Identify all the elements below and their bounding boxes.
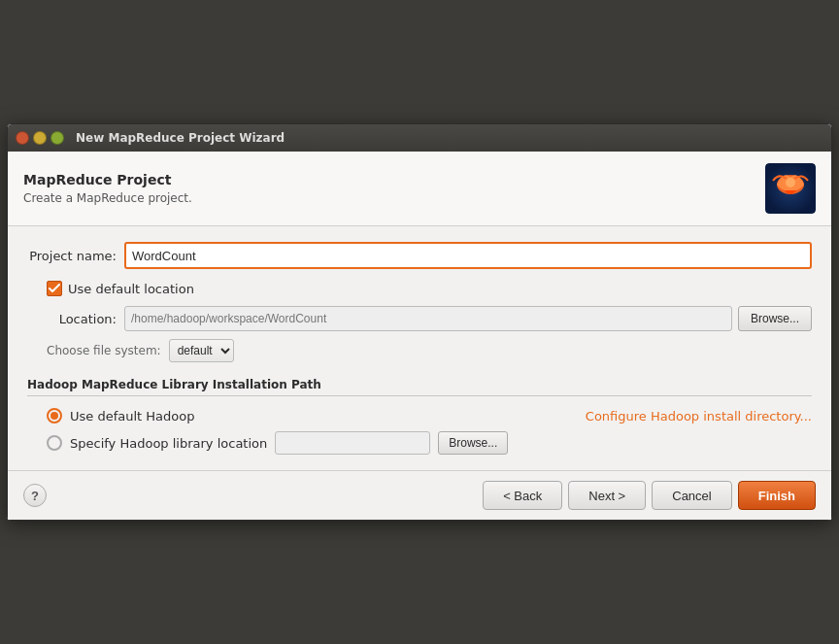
content-area: MapReduce Project Create a MapReduce pro… <box>8 152 831 520</box>
page-subtitle: Create a MapReduce project. <box>23 191 192 205</box>
logo <box>765 163 816 214</box>
close-button[interactable] <box>16 131 29 145</box>
use-default-location-label: Use default location <box>68 282 194 296</box>
filesystem-row: Choose file system: default <box>47 339 812 362</box>
hadoop-radio-group: Use default Hadoop Configure Hadoop inst… <box>47 408 812 455</box>
finish-button[interactable]: Finish <box>738 481 816 510</box>
location-label: Location: <box>27 312 124 326</box>
location-browse-button[interactable]: Browse... <box>738 306 812 331</box>
footer: ? < Back Next > Cancel Finish <box>8 470 831 520</box>
use-default-hadoop-radio[interactable] <box>47 408 62 424</box>
project-name-input[interactable] <box>124 242 812 269</box>
back-button[interactable]: < Back <box>483 481 562 510</box>
use-default-location-checkbox[interactable] <box>47 281 62 296</box>
specify-hadoop-row[interactable]: Specify Hadoop library location Browse..… <box>47 431 812 455</box>
next-button[interactable]: Next > <box>568 481 646 510</box>
filesystem-label: Choose file system: <box>47 344 161 357</box>
cancel-button[interactable]: Cancel <box>652 481 731 510</box>
configure-hadoop-link[interactable]: Configure Hadoop install directory... <box>586 409 812 424</box>
minimize-button[interactable] <box>33 131 47 145</box>
window-controls <box>16 131 64 145</box>
svg-point-2 <box>786 178 795 187</box>
specify-hadoop-radio[interactable] <box>47 435 62 451</box>
location-input[interactable] <box>124 306 732 331</box>
specify-hadoop-input[interactable] <box>275 431 430 455</box>
filesystem-select[interactable]: default <box>169 339 234 362</box>
titlebar: New MapReduce Project Wizard <box>8 124 831 152</box>
footer-buttons: < Back Next > Cancel Finish <box>483 481 816 510</box>
radio-inner <box>50 412 58 420</box>
window-title: New MapReduce Project Wizard <box>76 131 285 145</box>
header-text: MapReduce Project Create a MapReduce pro… <box>23 172 192 205</box>
specify-hadoop-browse-button[interactable]: Browse... <box>438 431 508 455</box>
specify-hadoop-label: Specify Hadoop library location <box>70 436 267 451</box>
header-section: MapReduce Project Create a MapReduce pro… <box>8 152 831 226</box>
use-default-hadoop-label: Use default Hadoop <box>70 409 194 424</box>
use-default-location-row[interactable]: Use default location <box>47 281 812 296</box>
project-name-row: Project name: <box>27 242 812 269</box>
help-button[interactable]: ? <box>23 484 47 507</box>
main-window: New MapReduce Project Wizard MapReduce P… <box>7 123 832 521</box>
main-form: Project name: Use default location Locat… <box>8 226 831 470</box>
location-row: Location: Browse... <box>27 306 812 331</box>
use-default-hadoop-row[interactable]: Use default Hadoop Configure Hadoop inst… <box>47 408 812 424</box>
project-name-label: Project name: <box>27 249 124 263</box>
hadoop-section-title: Hadoop MapReduce Library Installation Pa… <box>27 378 812 396</box>
page-title: MapReduce Project <box>23 172 192 187</box>
maximize-button[interactable] <box>50 131 64 145</box>
